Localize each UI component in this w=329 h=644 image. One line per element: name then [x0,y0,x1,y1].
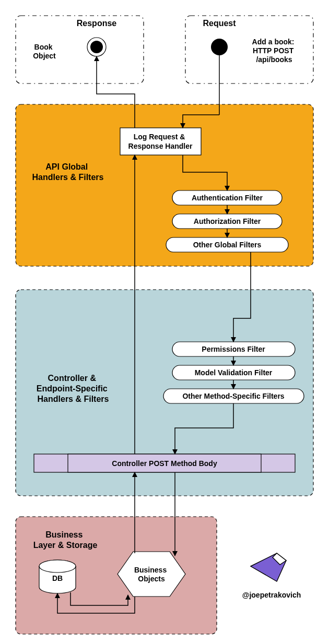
business-objects-label: Business Objects [134,566,169,583]
response-title: Response [77,19,117,28]
auth-filter-label: Authentication Filter [192,194,263,202]
logo-icon [251,553,286,581]
permissions-filter-label: Permissions Filter [202,345,265,353]
credit-text: @joepetrakovich [242,591,301,599]
request-caption: Add a book: HTTP POST /api/books [252,38,297,64]
response-endpoint-inner [90,41,103,53]
db-label: DB [52,574,63,582]
validation-filter-label: Model Validation Filter [195,368,273,377]
other-global-filter-label: Other Global Filters [193,241,262,249]
response-caption: Book Object [33,43,56,60]
authz-filter-label: Authorization Filter [194,217,261,225]
request-title: Request [203,19,236,28]
other-method-filter-label: Other Method-Specific Filters [182,392,284,400]
svg-point-1 [39,560,76,573]
request-start-node [211,39,228,55]
log-handler-box [120,128,201,155]
method-body-label: Controller POST Method Body [112,459,217,468]
